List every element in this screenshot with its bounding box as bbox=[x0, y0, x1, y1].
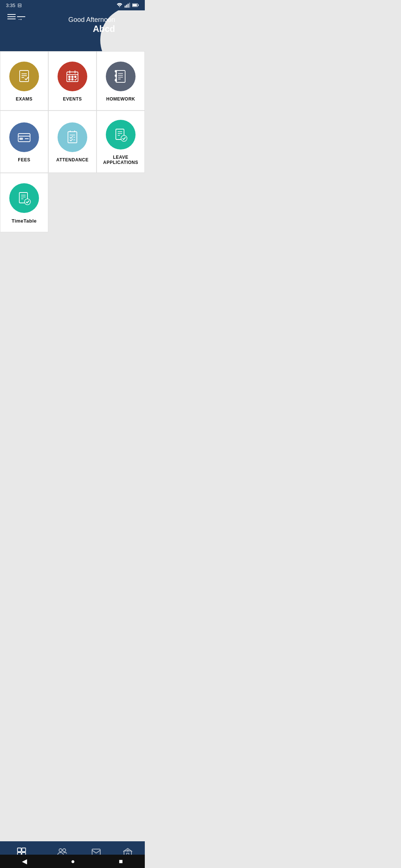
leave-applications-icon bbox=[113, 127, 128, 142]
fees-label: FEES bbox=[18, 157, 30, 162]
content-area: EXAMS EVENTS bbox=[0, 51, 145, 273]
fees-icon bbox=[17, 130, 32, 145]
svg-rect-3 bbox=[128, 4, 129, 8]
svg-rect-16 bbox=[69, 76, 70, 78]
svg-rect-17 bbox=[72, 76, 73, 78]
attendance-icon bbox=[65, 130, 80, 145]
grid-row-3: TimeTable bbox=[0, 173, 145, 232]
svg-rect-21 bbox=[116, 70, 125, 82]
svg-rect-18 bbox=[75, 76, 76, 78]
leave-applications-icon-circle bbox=[106, 120, 136, 149]
header: → Good Afternoon Abcd bbox=[0, 10, 145, 51]
homework-icon bbox=[113, 69, 128, 84]
svg-rect-1 bbox=[125, 6, 126, 7]
signal-icon bbox=[124, 3, 130, 8]
svg-point-0 bbox=[119, 6, 120, 7]
homework-label: HOMEWORK bbox=[106, 96, 135, 102]
grid-item-timetable[interactable]: TimeTable bbox=[0, 173, 48, 232]
svg-rect-7 bbox=[138, 4, 138, 6]
events-label: EVENTS bbox=[63, 96, 82, 102]
attendance-label: ATTENDANCE bbox=[56, 157, 89, 162]
svg-rect-27 bbox=[115, 70, 117, 72]
svg-rect-35 bbox=[68, 132, 77, 143]
svg-rect-32 bbox=[20, 138, 23, 139]
timetable-icon-circle bbox=[9, 183, 39, 213]
leave-applications-label: LEAVE APPLICATIONS bbox=[103, 155, 138, 165]
grid-item-homework[interactable]: HOMEWORK bbox=[97, 51, 145, 111]
grid-item-attendance[interactable]: ATTENDANCE bbox=[48, 111, 97, 173]
spacer bbox=[0, 232, 145, 273]
grid-item-leave-applications[interactable]: LEAVE APPLICATIONS bbox=[97, 111, 145, 173]
grid-item-exams[interactable]: EXAMS bbox=[0, 51, 48, 111]
svg-point-45 bbox=[121, 135, 127, 141]
events-icon bbox=[65, 69, 80, 84]
status-bar: 3:35 ⊟ bbox=[0, 0, 145, 10]
svg-rect-20 bbox=[72, 79, 73, 80]
empty-cell-2 bbox=[97, 173, 145, 232]
timetable-icon bbox=[17, 191, 32, 206]
status-time: 3:35 bbox=[6, 3, 15, 8]
homework-icon-circle bbox=[106, 62, 136, 91]
svg-rect-28 bbox=[115, 75, 117, 76]
svg-rect-30 bbox=[18, 134, 30, 142]
grid-item-events[interactable]: EVENTS bbox=[48, 51, 97, 111]
svg-rect-19 bbox=[69, 79, 70, 80]
notification-icon: ⊟ bbox=[17, 2, 22, 8]
fees-icon-circle bbox=[9, 122, 39, 152]
exams-label: EXAMS bbox=[16, 96, 32, 102]
attendance-icon-circle bbox=[58, 122, 87, 152]
svg-rect-2 bbox=[126, 5, 127, 8]
svg-rect-29 bbox=[115, 79, 117, 81]
grid-row-1: EXAMS EVENTS bbox=[0, 51, 145, 111]
user-name: Abcd bbox=[68, 24, 115, 34]
svg-rect-8 bbox=[20, 70, 29, 82]
header-greeting-block: Good Afternoon Abcd bbox=[68, 16, 115, 34]
svg-rect-6 bbox=[133, 4, 137, 6]
grid-item-fees[interactable]: FEES bbox=[0, 111, 48, 173]
status-icons bbox=[117, 3, 139, 8]
battery-icon bbox=[132, 3, 139, 8]
svg-rect-4 bbox=[129, 3, 130, 7]
grid-row-2: FEES ATTENDANCE bbox=[0, 111, 145, 173]
events-icon-circle bbox=[58, 62, 87, 91]
exams-icon bbox=[17, 69, 32, 84]
greeting-text: Good Afternoon bbox=[68, 16, 115, 24]
exams-icon-circle bbox=[9, 62, 39, 91]
empty-cell-1 bbox=[48, 173, 97, 232]
svg-point-50 bbox=[25, 199, 30, 205]
timetable-label: TimeTable bbox=[12, 218, 37, 224]
wifi-icon bbox=[117, 3, 123, 8]
